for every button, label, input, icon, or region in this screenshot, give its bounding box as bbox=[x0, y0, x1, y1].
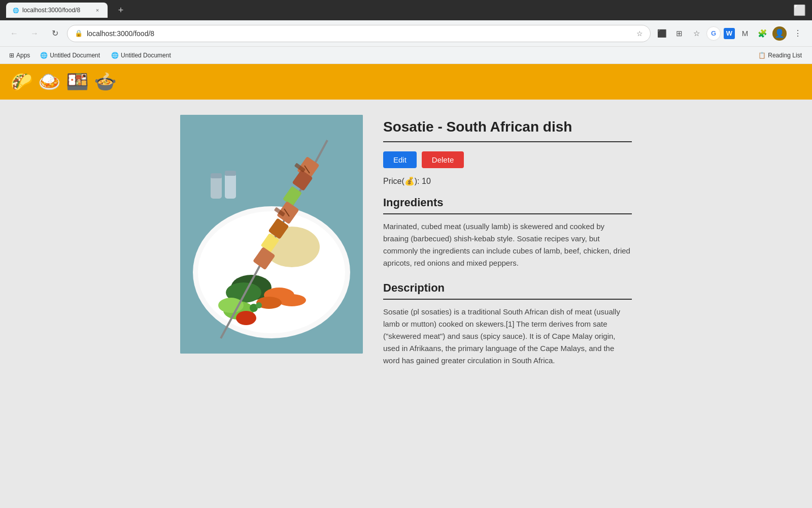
reading-list-icon: 📋 bbox=[758, 52, 766, 59]
address-bar[interactable]: 🔒 ☆ bbox=[67, 25, 651, 42]
navigation-bar: ← → ↻ 🔒 ☆ ⬛ ⊞ ☆ G W M 🧩 👤 ⋮ bbox=[0, 20, 812, 47]
emoji-bento[interactable]: 🍱 bbox=[66, 71, 89, 92]
svg-rect-16 bbox=[211, 173, 222, 178]
main-content: Sosatie - South African dish Edit Delete… bbox=[0, 100, 812, 455]
description-text: Sosatie (pl sosaties) is a traditional S… bbox=[383, 306, 632, 367]
food-image bbox=[180, 115, 363, 354]
back-button[interactable]: ← bbox=[6, 25, 22, 42]
svg-point-13 bbox=[256, 302, 262, 308]
bookmark-label-2: Untitled Document bbox=[121, 52, 171, 59]
mailbird-icon[interactable]: M bbox=[738, 26, 752, 41]
emoji-stew[interactable]: 🍲 bbox=[94, 71, 117, 92]
tab-title: localhost:3000/food/8 bbox=[22, 7, 90, 14]
active-tab[interactable]: 🌐 localhost:3000/food/8 × bbox=[6, 3, 108, 18]
action-buttons: Edit Delete bbox=[383, 151, 632, 168]
google-account-icon[interactable]: G bbox=[706, 26, 721, 41]
edit-button[interactable]: Edit bbox=[383, 151, 417, 168]
bookmark-globe-icon-1: 🌐 bbox=[40, 52, 48, 59]
svg-rect-15 bbox=[225, 173, 236, 199]
reload-button[interactable]: ↻ bbox=[47, 25, 63, 42]
price-text: Price(💰): 10 bbox=[383, 176, 632, 186]
ingredients-title: Ingredients bbox=[383, 196, 632, 214]
grid-icon[interactable]: ⊞ bbox=[672, 26, 686, 41]
new-tab-button[interactable]: + bbox=[114, 3, 128, 17]
apps-grid-icon: ⊞ bbox=[9, 52, 14, 59]
tab-close-button[interactable]: × bbox=[93, 6, 101, 14]
svg-point-10 bbox=[218, 298, 244, 313]
food-title: Sosatie - South African dish bbox=[383, 115, 632, 135]
app-header: 🌮 🍛 🍱 🍲 bbox=[0, 64, 812, 100]
screen-cast-icon[interactable]: ⬛ bbox=[655, 26, 669, 41]
bookmark-globe-icon-2: 🌐 bbox=[111, 52, 119, 59]
word-icon[interactable]: W bbox=[724, 28, 735, 39]
bookmark-item-2[interactable]: 🌐 Untitled Document bbox=[107, 50, 175, 61]
bookmarks-bar: ⊞ Apps 🌐 Untitled Document 🌐 Untitled Do… bbox=[0, 47, 812, 64]
bookmark-item-1[interactable]: 🌐 Untitled Document bbox=[36, 50, 104, 61]
food-image-svg bbox=[180, 115, 363, 354]
nav-right-icons: ⬛ ⊞ ☆ G W M 🧩 👤 ⋮ bbox=[655, 25, 806, 42]
tab-favicon: 🌐 bbox=[12, 7, 19, 14]
apps-label: Apps bbox=[16, 52, 30, 59]
description-title: Description bbox=[383, 281, 632, 300]
svg-point-11 bbox=[236, 311, 256, 325]
food-details: Sosatie - South African dish Edit Delete… bbox=[383, 115, 632, 440]
ingredients-text: Marinated, cubed meat (usually lamb) is … bbox=[383, 220, 632, 269]
restore-window-button[interactable]: ⬜ bbox=[793, 4, 806, 16]
reading-list-label: Reading List bbox=[768, 52, 802, 59]
title-bar: 🌐 localhost:3000/food/8 × + ⬜ bbox=[0, 0, 812, 20]
more-options-button[interactable]: ⋮ bbox=[790, 25, 806, 42]
emoji-curry[interactable]: 🍛 bbox=[38, 71, 61, 92]
emoji-taco[interactable]: 🌮 bbox=[10, 71, 33, 92]
bookmark-label-1: Untitled Document bbox=[50, 52, 100, 59]
apps-button[interactable]: ⊞ Apps bbox=[6, 50, 33, 61]
svg-rect-17 bbox=[225, 171, 236, 176]
svg-rect-14 bbox=[211, 176, 222, 199]
address-input[interactable] bbox=[87, 29, 632, 38]
delete-button[interactable]: Delete bbox=[422, 151, 464, 168]
food-image-container bbox=[180, 115, 363, 440]
svg-point-7 bbox=[278, 294, 306, 306]
food-title-section: Sosatie - South African dish bbox=[383, 115, 632, 142]
profile-avatar[interactable]: 👤 bbox=[772, 26, 787, 41]
forward-button[interactable]: → bbox=[26, 25, 43, 42]
reading-list-button[interactable]: 📋 Reading List bbox=[754, 50, 806, 61]
bookmark-star-icon[interactable]: ☆ bbox=[636, 29, 643, 38]
extensions-icon[interactable]: 🧩 bbox=[755, 26, 769, 41]
star-bookmark-icon[interactable]: ☆ bbox=[689, 26, 703, 41]
security-icon: 🔒 bbox=[75, 29, 83, 37]
